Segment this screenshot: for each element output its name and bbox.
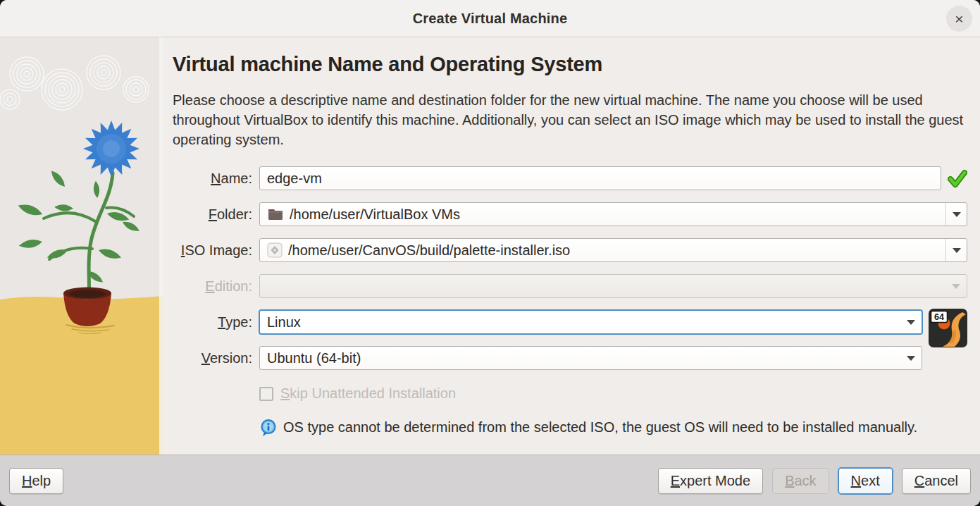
window-title: Create Virtual Machine [413, 11, 568, 27]
name-row: Name: [173, 166, 967, 190]
chevron-down-icon [907, 356, 915, 361]
version-dropdown-button[interactable] [900, 347, 922, 369]
name-input[interactable] [259, 166, 941, 190]
folder-combobox[interactable]: /home/user/VirtualBox VMs [259, 202, 967, 226]
create-vm-dialog: Create Virtual Machine × [0, 0, 980, 506]
dialog-button-bar: Help Expert Mode Back Next Cancel [0, 455, 980, 506]
wizard-illustration [0, 37, 163, 455]
skip-unattended-label: Skip Unattended Installation [280, 385, 456, 402]
type-row: Type: Linux 64 [173, 310, 967, 334]
cancel-button[interactable]: Cancel [902, 468, 971, 494]
chevron-down-icon [952, 284, 960, 289]
iso-combobox[interactable]: /home/user/CanvOS/build/palette-installe… [259, 238, 967, 262]
version-value: Ubuntu (64-bit) [267, 350, 900, 366]
edition-dropdown-button [945, 275, 967, 297]
name-label: Name: [173, 171, 252, 187]
chevron-down-icon [907, 320, 915, 325]
folder-row: Folder: /home/user/VirtualBox VMs [173, 202, 967, 226]
info-message-row: OS type cannot be determined from the se… [259, 417, 918, 442]
help-button[interactable]: Help [9, 468, 63, 494]
blue-flower [83, 121, 139, 177]
type-combobox[interactable]: Linux [259, 310, 922, 334]
info-balloon-icon [259, 419, 278, 442]
type-label: Type: [173, 314, 252, 331]
folder-dropdown-button[interactable] [945, 203, 967, 226]
skip-unattended-row: Skip Unattended Installation [259, 385, 967, 402]
expert-mode-button[interactable]: Expert Mode [658, 468, 763, 494]
arch-badge: 64 [934, 312, 944, 322]
version-combobox[interactable]: Ubuntu (64-bit) [259, 346, 922, 370]
chevron-down-icon [953, 248, 961, 253]
iso-value: /home/user/CanvOS/build/palette-installe… [288, 242, 940, 259]
wizard-page: Virtual machine Name and Operating Syste… [163, 37, 980, 455]
linux-64bit-os-icon: 64 [929, 309, 967, 347]
iso-dropdown-button[interactable] [945, 239, 967, 261]
info-message-text: OS type cannot be determined from the se… [283, 417, 917, 437]
close-button[interactable]: × [946, 6, 972, 32]
titlebar: Create Virtual Machine × [0, 0, 980, 37]
skip-unattended-checkbox [259, 387, 273, 401]
edition-combobox [259, 274, 967, 298]
valid-check-icon [948, 168, 967, 188]
page-title: Virtual machine Name and Operating Syste… [173, 53, 967, 76]
iso-label: ISO Image: [173, 242, 252, 259]
type-dropdown-button[interactable] [900, 311, 922, 333]
folder-label: Folder: [173, 206, 252, 223]
potted-flower-illustration [0, 37, 163, 455]
folder-value: /home/user/VirtualBox VMs [290, 206, 940, 223]
chevron-down-icon [953, 212, 961, 217]
iso-row: ISO Image: /home/user/CanvOS/build/palet… [173, 238, 967, 262]
next-button[interactable]: Next [838, 468, 893, 494]
version-row: Version: Ubuntu (64-bit) [173, 346, 967, 370]
close-icon: × [955, 11, 963, 26]
page-description: Please choose a descriptive name and des… [173, 90, 967, 149]
back-button: Back [772, 468, 829, 494]
edition-row: Edition: [173, 274, 967, 298]
folder-icon [267, 207, 284, 221]
disc-icon [267, 242, 283, 258]
version-label: Version: [173, 350, 252, 366]
type-value: Linux [267, 314, 900, 331]
edition-label: Edition: [173, 278, 252, 295]
